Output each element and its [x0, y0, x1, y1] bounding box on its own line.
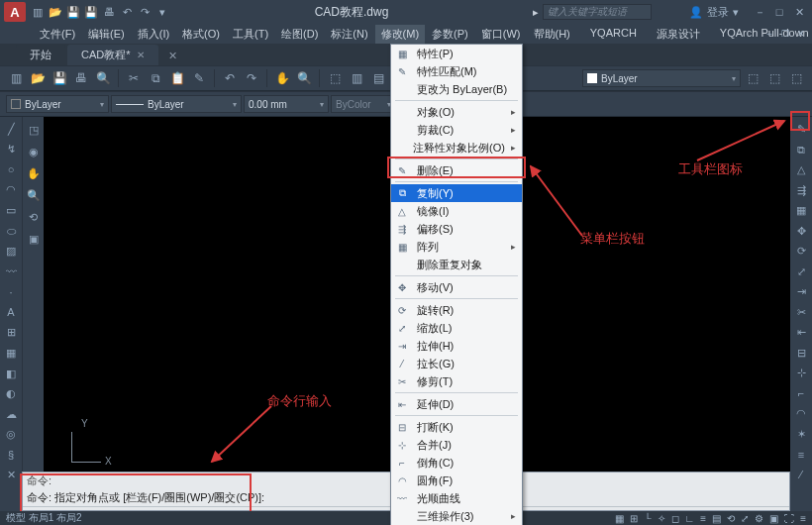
menu-modify[interactable]: 修改(M)	[375, 25, 426, 44]
scale-icon[interactable]: ⤢	[792, 263, 810, 281]
status-grid-icon[interactable]: ⊞	[630, 513, 638, 524]
modify-menu-item[interactable]: ◠圆角(F)	[391, 472, 522, 489]
rotate-icon[interactable]: ⟳	[792, 243, 810, 261]
stretch-icon[interactable]: ⇥	[792, 283, 810, 301]
modify-menu-item[interactable]: ▦特性(P)	[391, 45, 522, 62]
tb-open-icon[interactable]: 📂	[28, 68, 48, 88]
tb-cut-icon[interactable]: ✂	[124, 68, 144, 88]
wheel-icon[interactable]: ◉	[25, 143, 43, 160]
linetype-dropdown[interactable]: ByLayer▾	[111, 95, 242, 113]
orbit-icon[interactable]: ⟲	[25, 208, 43, 226]
modify-menu-item[interactable]: ✂修剪(T)	[391, 372, 522, 390]
construction-icon[interactable]: ✕	[2, 468, 20, 484]
menu-yqarch[interactable]: YQARCH	[584, 25, 643, 44]
point-icon[interactable]: ·	[2, 284, 20, 301]
polyline-icon[interactable]: ↯	[2, 142, 20, 158]
tb-redo-icon[interactable]: ↷	[242, 68, 261, 88]
wipeout-icon[interactable]: ◐	[2, 385, 20, 402]
move-icon[interactable]: ✥	[792, 223, 810, 241]
tb-zoom-icon[interactable]: 🔍	[294, 68, 314, 88]
rect-icon[interactable]: ▭	[2, 202, 20, 219]
mdi-close-icon[interactable]: ✕	[794, 28, 808, 40]
align-icon[interactable]: ≡	[792, 446, 810, 464]
chamfer-icon[interactable]: ⌐	[792, 385, 810, 403]
modify-menu-item[interactable]: ⌐倒角(C)	[391, 454, 522, 472]
mirror-icon[interactable]: △	[792, 161, 810, 179]
tb-pan-icon[interactable]: ✋	[272, 68, 292, 88]
help-search[interactable]: 键入关键字或短语	[543, 4, 652, 20]
status-snap-icon[interactable]: ▦	[615, 513, 624, 524]
modify-menu-item[interactable]: ⇤延伸(D)	[391, 395, 522, 413]
save-icon[interactable]: 💾	[65, 4, 81, 20]
explode-icon[interactable]: ✶	[792, 426, 810, 444]
status-custom-icon[interactable]: ≡	[800, 513, 806, 524]
mdi-restore-icon[interactable]: ❐	[778, 28, 792, 40]
tab-add[interactable]: ✕	[160, 47, 185, 65]
status-osnap-icon[interactable]: ◻	[671, 513, 679, 524]
modify-menu-item[interactable]: ∕拉长(G)	[391, 355, 522, 372]
tb-save-icon[interactable]: 💾	[50, 68, 69, 88]
menu-file[interactable]: 文件(F)	[34, 25, 81, 44]
tb-paste-icon[interactable]: 📋	[167, 68, 187, 88]
model-tabs[interactable]: 模型 布局1 布局2	[6, 511, 82, 525]
menu-parametric[interactable]: 参数(P)	[426, 25, 474, 44]
offset-icon[interactable]: ⇶	[792, 182, 810, 200]
hatch-icon[interactable]: ▨	[2, 243, 20, 260]
modify-menu-item[interactable]: 更改为 ByLayer(B)	[391, 80, 522, 98]
region-icon[interactable]: ◧	[2, 366, 20, 382]
plot-icon[interactable]: 🖶	[101, 4, 117, 20]
tab-close-icon[interactable]: ✕	[137, 50, 145, 60]
tb-layers-icon[interactable]: ⬚	[325, 68, 345, 88]
modify-menu-item[interactable]: ⊟打断(K)	[391, 418, 522, 436]
modify-menu-item[interactable]: ⧉复制(Y)	[391, 184, 522, 202]
arc-icon[interactable]: ◠	[2, 182, 20, 199]
status-otrack-icon[interactable]: ∟	[685, 513, 695, 524]
modify-menu-item[interactable]: △镜像(I)	[391, 202, 522, 220]
mdi-min-icon[interactable]: –	[762, 28, 776, 40]
new-icon[interactable]: ▥	[30, 4, 46, 20]
menu-window[interactable]: 窗口(W)	[475, 25, 527, 44]
menu-yq-design[interactable]: 源泉设计	[651, 25, 706, 44]
status-anno-icon[interactable]: ⟲	[727, 513, 735, 524]
modify-menu-item[interactable]: ✎特性匹配(M)	[391, 62, 522, 80]
modify-menu-item[interactable]: 对象(O)▸	[391, 103, 522, 121]
color-dropdown[interactable]: ByLayer▾	[6, 95, 109, 113]
maximize-button[interactable]: □	[770, 5, 788, 19]
menu-help[interactable]: 帮助(H)	[528, 25, 576, 44]
tb-copy-icon[interactable]: ⧉	[146, 68, 165, 88]
extend-icon[interactable]: ⇤	[792, 324, 810, 342]
status-lwt-icon[interactable]: ≡	[700, 513, 706, 524]
saveas-icon[interactable]: 💾	[83, 4, 99, 20]
layer-tools-icon[interactable]: ⬚	[743, 68, 762, 88]
block-icon[interactable]: ⊞	[2, 325, 20, 342]
tb-new-icon[interactable]: ▥	[6, 68, 26, 88]
revcloud-icon[interactable]: ☁	[2, 406, 20, 423]
tb-sheet-icon[interactable]: ▤	[368, 68, 388, 88]
layer-iso-icon[interactable]: ⬚	[786, 68, 806, 88]
modify-menu-item[interactable]: 剪裁(C)▸	[391, 121, 522, 139]
modify-menu-item[interactable]: ▦阵列▸	[391, 238, 522, 256]
show-icon[interactable]: ▣	[25, 230, 43, 248]
donut-icon[interactable]: ◎	[2, 426, 20, 443]
circle-icon[interactable]: ○	[2, 161, 20, 178]
layer-state-icon[interactable]: ⬚	[764, 68, 784, 88]
status-scale-icon[interactable]: ⤢	[741, 513, 749, 524]
tb-undo-icon[interactable]: ↶	[220, 68, 240, 88]
zoom2-icon[interactable]: 🔍	[25, 186, 43, 204]
break-icon[interactable]: ⊟	[792, 345, 810, 363]
tb-print-icon[interactable]: 🖶	[71, 68, 91, 88]
user-block[interactable]: 👤 登录 ▾	[689, 5, 739, 20]
status-max-icon[interactable]: ⛶	[784, 513, 794, 524]
modify-menu-item[interactable]: ⇶偏移(S)	[391, 220, 522, 238]
helix-icon[interactable]: §	[2, 447, 20, 464]
status-polar-icon[interactable]: ✧	[658, 513, 665, 524]
tab-document[interactable]: CAD教程*✕	[67, 45, 158, 65]
layer-dropdown[interactable]: ByLayer▾	[582, 69, 741, 87]
modify-menu-item[interactable]: 〰光顺曲线	[391, 489, 522, 507]
cube-icon[interactable]: ◳	[25, 121, 43, 139]
menu-format[interactable]: 格式(O)	[176, 25, 226, 44]
table-icon[interactable]: ▦	[2, 345, 20, 362]
fillet-icon[interactable]: ◠	[792, 405, 810, 423]
status-clean-icon[interactable]: ▣	[769, 513, 778, 524]
plotstyle-dropdown[interactable]: ByColor▾	[331, 95, 396, 113]
